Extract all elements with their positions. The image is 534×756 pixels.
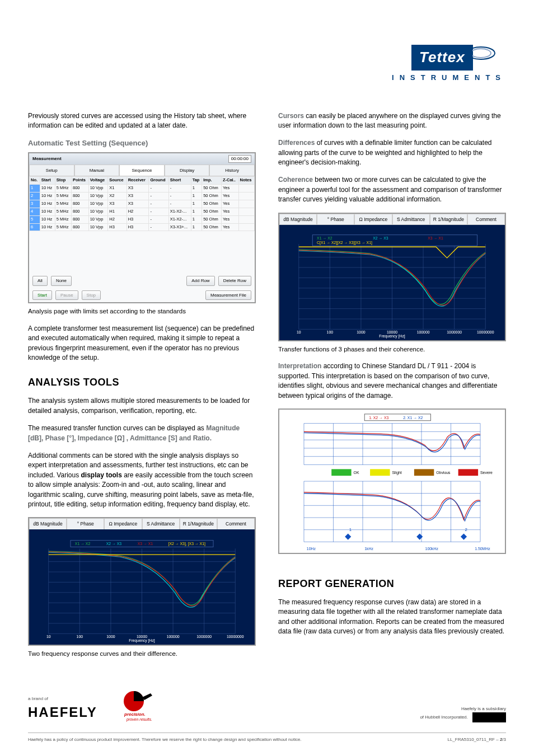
table-row[interactable]: 510 Hz5 MHz80010 VppH2H3-X1-X2-...150 Oh… xyxy=(30,215,255,223)
svg-rect-97 xyxy=(345,533,351,539)
precision-badge-icon: precision. proven results. xyxy=(120,689,163,722)
none-button[interactable]: None xyxy=(51,276,72,286)
report-body: The measured frequency response curves (… xyxy=(278,598,506,637)
svg-point-1 xyxy=(472,49,491,58)
chart2-tab-comment[interactable]: Comment xyxy=(467,214,505,225)
table-row[interactable]: 210 Hz5 MHz80010 VppX2X3--150 OhmYes xyxy=(30,192,255,200)
svg-text:10000000: 10000000 xyxy=(227,635,244,639)
svg-text:X3 → X1: X3 → X1 xyxy=(138,542,153,546)
svg-rect-91 xyxy=(370,469,390,476)
delete-row-button[interactable]: Delete Row xyxy=(218,276,251,286)
tab-setup[interactable]: Setup xyxy=(29,165,74,177)
tab-sequence[interactable]: Sequence xyxy=(119,165,165,177)
sequence-screenshot: Measurement 00:00:00 Setup Manual Sequen… xyxy=(28,152,256,303)
svg-text:100000: 100000 xyxy=(167,635,180,639)
right-column: Cursors can easily be placed anywhere on… xyxy=(278,111,506,667)
tab-history[interactable]: History xyxy=(209,165,255,177)
footer-docid: LL_FRA5310_0711_RF – 2/3 xyxy=(447,736,506,743)
svg-text:2. X1 → X2: 2. X1 → X2 xyxy=(403,416,423,420)
chart1-tab-admittance[interactable]: S Admittance xyxy=(142,518,180,529)
svg-text:1000000: 1000000 xyxy=(447,330,462,334)
svg-rect-95 xyxy=(458,469,478,476)
svg-text:precision.: precision. xyxy=(124,712,146,717)
tab-display[interactable]: Display xyxy=(165,165,210,177)
table-header: Short xyxy=(168,177,191,185)
cursors-paragraph: Cursors can easily be placed anywhere on… xyxy=(278,111,506,131)
svg-text:X2 → X3: X2 → X3 xyxy=(106,542,122,546)
chart2-tab-impedance[interactable]: Ω Impedance xyxy=(354,214,392,225)
svg-text:10: 10 xyxy=(46,635,51,639)
sequence-caption: Analysis page with limits set according … xyxy=(28,307,256,316)
table-row[interactable]: 410 Hz5 MHz80010 VppH1H2-X1-X2-...150 Oh… xyxy=(30,208,255,215)
page-footer: a brand of HAEFELY precision. proven res… xyxy=(28,689,506,722)
svg-rect-98 xyxy=(416,533,423,539)
coherence-chart: dB Magnitude ° Phase Ω Impedance S Admit… xyxy=(278,213,506,341)
chart1-tab-comment[interactable]: Comment xyxy=(217,518,255,529)
stop-button[interactable]: Stop xyxy=(82,290,101,300)
svg-text:X1 → X2: X1 → X2 xyxy=(75,542,91,546)
sequence-tabs: Setup Manual Sequence Display History xyxy=(29,165,255,177)
chart2-tab-admittance[interactable]: S Admittance xyxy=(392,214,430,225)
table-header: Imp. xyxy=(202,177,222,185)
interpretation-chart: 1. X2 → X3 2. X1 → X2 OK Slight Obvious … xyxy=(278,408,506,554)
table-row[interactable]: 110 Hz5 MHz80010 VppX1X3--150 OhmYes xyxy=(30,185,255,192)
analysis-p2: The measured transfer function curves ca… xyxy=(28,424,256,443)
add-row-button[interactable]: Add Row xyxy=(186,276,214,286)
chart1-tab-impedance[interactable]: Ω Impedance xyxy=(104,518,142,529)
haefely-logo: HAEFELY xyxy=(28,703,97,722)
chart2-tab-magnitude[interactable]: dB Magnitude xyxy=(279,214,317,225)
table-header: Tap xyxy=(191,177,202,185)
svg-text:10: 10 xyxy=(297,330,301,334)
svg-text:1.50MHz: 1.50MHz xyxy=(475,547,490,551)
table-header: Notes xyxy=(238,177,254,185)
table-row[interactable]: 310 Hz5 MHz80010 VppX3X3--150 OhmYes xyxy=(30,200,255,208)
svg-text:1. X2 → X3: 1. X2 → X3 xyxy=(369,416,388,420)
sequence-heading: Automatic Test Setting (Sequence) xyxy=(28,138,256,149)
differences-paragraph: Differences of curves with a definable l… xyxy=(278,138,506,167)
hubbell-logo-icon xyxy=(472,712,506,722)
svg-text:Frequency [Hz]: Frequency [Hz] xyxy=(129,638,155,643)
footer-rule xyxy=(28,732,506,733)
elapsed-time: 00:00:00 xyxy=(228,155,251,163)
svg-text:C[X1 → X2][X2 → X3][X3 → X1]: C[X1 → X2][X2 → X3][X3 → X1] xyxy=(317,241,372,245)
table-header: Receiver xyxy=(127,177,149,185)
svg-text:2: 2 xyxy=(465,527,467,532)
analysis-p1: The analysis system allows multiple stor… xyxy=(28,396,256,416)
brand-name: Tettex xyxy=(411,45,473,71)
footer-policy: Haefely has a policy of continuous produ… xyxy=(28,736,302,743)
coherence-paragraph: Coherence between two or more curves can… xyxy=(278,175,506,204)
svg-rect-99 xyxy=(461,533,467,539)
svg-text:X2 → X3: X2 → X3 xyxy=(373,236,388,240)
coherence-chart-svg: 10100100010000100000100000010000000 X1 →… xyxy=(279,225,505,340)
svg-text:100kHz: 100kHz xyxy=(425,547,439,551)
pause-button[interactable]: Pause xyxy=(55,290,78,300)
table-header: No. xyxy=(30,177,40,185)
intro-text: Previously stored curves are accessed us… xyxy=(28,111,256,131)
chart1-tab-magnitude[interactable]: dB Magnitude xyxy=(29,518,67,529)
sequence-body: A complete transformer test measurement … xyxy=(28,324,256,363)
svg-text:10000000: 10000000 xyxy=(477,330,494,334)
brand-swoosh-icon xyxy=(472,45,506,62)
brand-subtitle: INSTRUMENTS xyxy=(28,73,506,83)
table-header: Ground xyxy=(149,177,168,185)
svg-text:1000: 1000 xyxy=(106,635,115,639)
svg-rect-93 xyxy=(414,469,434,476)
start-button[interactable]: Start xyxy=(32,290,52,300)
interpretation-paragraph: Interpretation according to Chinese Stan… xyxy=(278,361,506,401)
tab-manual[interactable]: Manual xyxy=(74,165,120,177)
table-header: Source xyxy=(108,177,127,185)
meas-file-button[interactable]: Measurement File xyxy=(205,290,251,300)
window-title: Measurement xyxy=(32,156,62,162)
report-heading: REPORT GENERATION xyxy=(278,576,506,591)
svg-text:X1 → X2: X1 → X2 xyxy=(317,236,332,240)
table-row[interactable]: 610 Hz5 MHz80010 VppH3H3-X3-X3+...150 Oh… xyxy=(30,223,255,231)
chart2-tab-phase[interactable]: ° Phase xyxy=(317,214,354,225)
chart1-tab-invmag[interactable]: R 1/Magnitude xyxy=(180,518,217,529)
svg-text:1kHz: 1kHz xyxy=(364,547,373,551)
footer-sub2: of Hubbell Incorporated. xyxy=(420,715,467,720)
chart2-tab-invmag[interactable]: R 1/Magnitude xyxy=(430,214,467,225)
chart1-tab-phase[interactable]: ° Phase xyxy=(67,518,104,529)
all-button[interactable]: All xyxy=(32,276,48,286)
table-header: Z-Cal.. xyxy=(221,177,238,185)
svg-text:1000000: 1000000 xyxy=(196,635,212,639)
